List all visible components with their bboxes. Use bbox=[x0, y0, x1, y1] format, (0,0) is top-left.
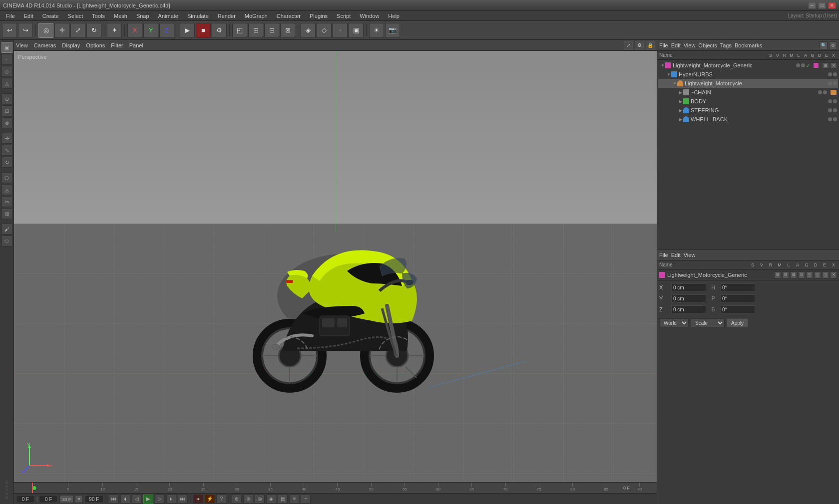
tool-paint[interactable]: 🖌 bbox=[1, 224, 12, 235]
timeline-button[interactable]: ▤ bbox=[278, 495, 288, 504]
obj-ctrl-delete[interactable]: ✕ bbox=[830, 271, 837, 278]
lights-button[interactable]: ☀ bbox=[369, 23, 384, 38]
vp-maximize-button[interactable]: ⤢ bbox=[624, 41, 633, 50]
prev-frame-button[interactable]: ◁ bbox=[132, 495, 142, 504]
coord-y-input[interactable] bbox=[671, 294, 706, 302]
menu-create[interactable]: Create bbox=[38, 12, 63, 20]
play-button[interactable]: ▶ bbox=[143, 495, 153, 504]
dope-sheet-button[interactable]: ≡ bbox=[289, 495, 299, 504]
motion-mode-button[interactable]: ⊕ bbox=[232, 495, 242, 504]
auto-key-button[interactable]: ⚡ bbox=[205, 495, 215, 504]
vp-lock-button[interactable]: 🔒 bbox=[646, 41, 655, 50]
menu-script[interactable]: Script bbox=[333, 12, 355, 20]
tree-arrow-mc[interactable]: ▼ bbox=[672, 81, 677, 86]
tree-arrow-hn[interactable]: ▼ bbox=[666, 72, 671, 77]
obj-ctrl-5[interactable]: ◰ bbox=[806, 271, 813, 278]
tool-bevel[interactable]: ◬ bbox=[1, 184, 12, 195]
coord-x-input[interactable] bbox=[671, 283, 706, 291]
undo-button[interactable]: ↩ bbox=[2, 23, 17, 38]
tree-arrow-body[interactable]: ▶ bbox=[678, 99, 683, 104]
tool-point[interactable]: · bbox=[1, 54, 12, 65]
prev-key-button[interactable]: ⏴ bbox=[120, 495, 130, 504]
menu-snap[interactable]: Snap bbox=[132, 12, 153, 20]
tree-item-chain[interactable]: ▶ ~CHAIN bbox=[658, 88, 838, 97]
tree-item-hypernurbs[interactable]: ▼ HyperNURBS bbox=[658, 70, 838, 79]
attr-menu-view[interactable]: View bbox=[684, 252, 696, 258]
vp-menu-view[interactable]: View bbox=[16, 42, 28, 48]
edge-mode-button[interactable]: ◇ bbox=[317, 23, 332, 38]
vp-menu-options[interactable]: Options bbox=[86, 42, 105, 48]
tool-loop-cut[interactable]: ⊞ bbox=[1, 208, 12, 219]
obj-ctrl-6[interactable]: ◱ bbox=[814, 271, 821, 278]
frame-input-2[interactable]: 0 F bbox=[39, 495, 58, 503]
x-axis-button[interactable]: X bbox=[127, 23, 142, 38]
world-dropdown[interactable]: World Object bbox=[659, 318, 689, 327]
rp-filter-icon[interactable]: ⚙ bbox=[829, 41, 837, 49]
obj-ctrl-1[interactable]: ⊞ bbox=[774, 271, 781, 278]
redo-button[interactable]: ↪ bbox=[18, 23, 33, 38]
timeline-ruler[interactable]: 051015202530354045505560657075808590 0 F bbox=[14, 482, 657, 493]
menu-character[interactable]: Character bbox=[273, 12, 305, 20]
tree-icon-a[interactable]: ⊞ bbox=[822, 62, 829, 68]
rp-search-icon[interactable]: 🔍 bbox=[820, 41, 828, 49]
max-frame-input[interactable]: 90 F bbox=[84, 495, 103, 503]
point-mode-button[interactable]: · bbox=[333, 23, 348, 38]
menu-tools[interactable]: Tools bbox=[88, 12, 109, 20]
next-frame-button[interactable]: ▷ bbox=[155, 495, 165, 504]
sim-button[interactable]: ◈ bbox=[266, 495, 276, 504]
menu-window[interactable]: Window bbox=[356, 12, 383, 20]
tool-sculpt[interactable]: ⬭ bbox=[1, 236, 12, 247]
render-settings-button[interactable]: ⚙ bbox=[212, 23, 227, 38]
viewport[interactable]: Perspective bbox=[14, 51, 657, 482]
select-tool[interactable]: ◎ bbox=[38, 23, 53, 38]
tree-icon-b[interactable]: ✕ bbox=[830, 62, 837, 68]
obj-ctrl-7[interactable]: ◲ bbox=[822, 271, 829, 278]
tree-arrow-root[interactable]: ▼ bbox=[660, 63, 665, 68]
move-tool[interactable]: ✛ bbox=[54, 23, 69, 38]
right-view-button[interactable]: ⊠ bbox=[280, 23, 295, 38]
obj-ctrl-3[interactable]: ⊠ bbox=[790, 271, 797, 278]
maximize-button[interactable]: □ bbox=[818, 2, 826, 9]
menu-help[interactable]: Help bbox=[384, 12, 404, 20]
menu-file[interactable]: File bbox=[2, 12, 19, 20]
y-axis-button[interactable]: Y bbox=[143, 23, 158, 38]
coord-x-size-input[interactable] bbox=[720, 283, 755, 291]
tool-move[interactable]: ✛ bbox=[1, 133, 12, 144]
rp-menu-bookmarks[interactable]: Bookmarks bbox=[735, 42, 762, 48]
tool-edge[interactable]: ◇ bbox=[1, 66, 12, 77]
coord-z-input[interactable] bbox=[671, 305, 706, 313]
tree-item-wheel-back[interactable]: ▶ WHELL_BACK bbox=[658, 115, 838, 124]
menu-mesh[interactable]: Mesh bbox=[110, 12, 131, 20]
tree-arrow-wb[interactable]: ▶ bbox=[678, 117, 683, 122]
tree-item-steering[interactable]: ▶ STEERING bbox=[658, 106, 838, 115]
key-options-button[interactable]: ? bbox=[216, 495, 226, 504]
close-button[interactable]: ✕ bbox=[828, 2, 836, 9]
go-start-button[interactable]: ⏮ bbox=[109, 495, 119, 504]
menu-mograph[interactable]: MoGraph bbox=[241, 12, 272, 20]
rp-menu-view[interactable]: View bbox=[684, 42, 696, 48]
menu-edit[interactable]: Edit bbox=[20, 12, 37, 20]
tree-arrow-steering[interactable]: ▶ bbox=[678, 108, 683, 113]
obj-ctrl-2[interactable]: ⊟ bbox=[782, 271, 789, 278]
z-axis-button[interactable]: Z bbox=[159, 23, 174, 38]
menu-select[interactable]: Select bbox=[64, 12, 87, 20]
minimize-button[interactable]: ─ bbox=[808, 2, 816, 9]
menu-plugins[interactable]: Plugins bbox=[306, 12, 332, 20]
perspective-button[interactable]: ◰ bbox=[232, 23, 247, 38]
coord-y-size-input[interactable] bbox=[720, 294, 755, 302]
front-view-button[interactable]: ⊟ bbox=[264, 23, 279, 38]
vp-menu-display[interactable]: Display bbox=[62, 42, 80, 48]
tool-object[interactable]: ▣ bbox=[1, 42, 12, 53]
tree-item-root[interactable]: ▼ Lightweight_Motorcycle_Generic ✓ ⊞ bbox=[658, 61, 838, 70]
rp-menu-tags[interactable]: Tags bbox=[720, 42, 732, 48]
current-frame-input[interactable]: 0 F bbox=[16, 495, 35, 503]
render-button[interactable]: ■ bbox=[196, 23, 211, 38]
menu-render[interactable]: Render bbox=[214, 12, 240, 20]
menu-animate[interactable]: Animate bbox=[154, 12, 182, 20]
tool-live-selection[interactable]: ⊙ bbox=[1, 93, 12, 104]
rp-menu-edit[interactable]: Edit bbox=[671, 42, 681, 48]
menu-simulate[interactable]: Simulate bbox=[183, 12, 213, 20]
rp-menu-objects[interactable]: Objects bbox=[698, 42, 717, 48]
curve-editor-button[interactable]: ~ bbox=[301, 495, 311, 504]
ik-mode-button[interactable]: ⊗ bbox=[243, 495, 253, 504]
